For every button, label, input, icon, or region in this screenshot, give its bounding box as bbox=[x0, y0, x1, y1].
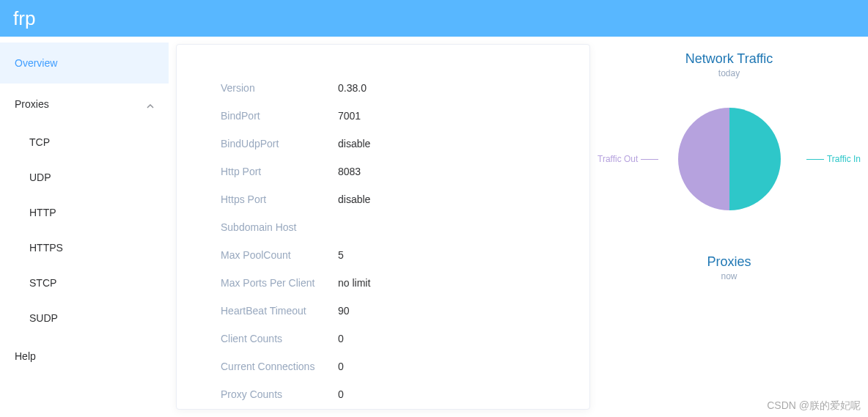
chart-sub: today bbox=[597, 68, 861, 78]
row-version: Version0.38.0 bbox=[221, 74, 575, 102]
value: 5 bbox=[338, 249, 344, 261]
sidebar-item-tcp[interactable]: TCP bbox=[0, 125, 169, 160]
row-httpsport: Https Portdisable bbox=[221, 185, 575, 213]
label: BindPort bbox=[221, 110, 338, 122]
label: BindUdpPort bbox=[221, 138, 338, 150]
sidebar-item-label: Help bbox=[15, 350, 36, 362]
label-traffic-in: Traffic In bbox=[803, 154, 861, 164]
charts-panel: Network Traffic today Traffic Out Traffi… bbox=[597, 44, 861, 410]
sidebar-item-label: SUDP bbox=[29, 312, 58, 324]
value: 7001 bbox=[338, 110, 361, 122]
value: no limit bbox=[338, 277, 370, 289]
app-header: frp bbox=[0, 0, 868, 37]
label-traffic-out: Traffic Out bbox=[597, 154, 661, 164]
row-poolcount: Max PoolCount5 bbox=[221, 241, 575, 269]
value: 0 bbox=[338, 388, 344, 400]
sidebar-item-sudp[interactable]: SUDP bbox=[0, 300, 169, 336]
main-content: Version0.38.0 BindPort7001 BindUdpPortdi… bbox=[169, 37, 868, 417]
value: 90 bbox=[338, 305, 350, 317]
row-heartbeat: HeartBeat Timeout90 bbox=[221, 297, 575, 325]
sidebar-item-label: Overview bbox=[15, 57, 57, 69]
chart-title: Network Traffic bbox=[597, 51, 861, 67]
label: Subdomain Host bbox=[221, 221, 338, 233]
row-connections: Current Connections0 bbox=[221, 353, 575, 380]
sidebar-item-https[interactable]: HTTPS bbox=[0, 230, 169, 265]
app-title: frp bbox=[13, 7, 35, 30]
overview-card: Version0.38.0 BindPort7001 BindUdpPortdi… bbox=[176, 44, 590, 410]
value: disable bbox=[338, 138, 370, 150]
traffic-chart: Network Traffic today Traffic Out Traffi… bbox=[597, 51, 861, 232]
watermark: CSDN @朕的爱妃呢 bbox=[767, 399, 861, 413]
pie-chart-icon[interactable] bbox=[678, 108, 781, 210]
row-subdomain: Subdomain Host bbox=[221, 213, 575, 241]
chart-title: Proxies bbox=[597, 254, 861, 270]
label: Http Port bbox=[221, 166, 338, 177]
sidebar-item-http[interactable]: HTTP bbox=[0, 195, 169, 230]
chart-sub: now bbox=[597, 271, 861, 281]
pie-wrap: Traffic Out Traffic In bbox=[597, 86, 861, 232]
label: Proxy Counts bbox=[221, 388, 338, 400]
sidebar-item-label: HTTPS bbox=[29, 242, 63, 254]
sidebar-item-label: HTTP bbox=[29, 207, 56, 218]
sidebar-item-label: UDP bbox=[29, 171, 51, 183]
row-bindudpport: BindUdpPortdisable bbox=[221, 130, 575, 158]
label-text: Traffic In bbox=[827, 154, 861, 164]
row-httpport: Http Port8083 bbox=[221, 158, 575, 185]
sidebar-item-overview[interactable]: Overview bbox=[0, 43, 169, 84]
leader-line bbox=[641, 159, 658, 160]
label: Client Counts bbox=[221, 333, 338, 344]
label: Https Port bbox=[221, 193, 338, 205]
proxies-chart: Proxies now bbox=[597, 254, 861, 281]
label: Max Ports Per Client bbox=[221, 277, 338, 289]
row-proxycounts: Proxy Counts0 bbox=[221, 380, 575, 408]
sidebar: Overview Proxies TCP UDP HTTP HTTPS STCP… bbox=[0, 37, 169, 417]
value: 0.38.0 bbox=[338, 82, 367, 94]
row-clientcounts: Client Counts0 bbox=[221, 325, 575, 353]
value: 0 bbox=[338, 333, 344, 344]
sidebar-item-label: Proxies bbox=[15, 98, 49, 110]
sidebar-item-proxies[interactable]: Proxies bbox=[0, 84, 169, 125]
label-text: Traffic Out bbox=[597, 154, 638, 164]
sidebar-item-label: TCP bbox=[29, 136, 50, 148]
label: Current Connections bbox=[221, 361, 338, 372]
label: Version bbox=[221, 82, 338, 94]
label: HeartBeat Timeout bbox=[221, 305, 338, 317]
sidebar-item-stcp[interactable]: STCP bbox=[0, 265, 169, 300]
chevron-up-icon bbox=[147, 100, 154, 108]
sidebar-submenu-proxies: TCP UDP HTTP HTTPS STCP SUDP bbox=[0, 125, 169, 336]
sidebar-item-label: STCP bbox=[29, 277, 56, 289]
row-bindport: BindPort7001 bbox=[221, 102, 575, 130]
label: Max PoolCount bbox=[221, 249, 338, 261]
value: 8083 bbox=[338, 166, 361, 177]
value: disable bbox=[338, 193, 370, 205]
sidebar-item-help[interactable]: Help bbox=[0, 336, 169, 377]
value: 0 bbox=[338, 361, 344, 372]
leader-line bbox=[806, 159, 824, 160]
sidebar-item-udp[interactable]: UDP bbox=[0, 160, 169, 195]
row-maxports: Max Ports Per Clientno limit bbox=[221, 269, 575, 297]
